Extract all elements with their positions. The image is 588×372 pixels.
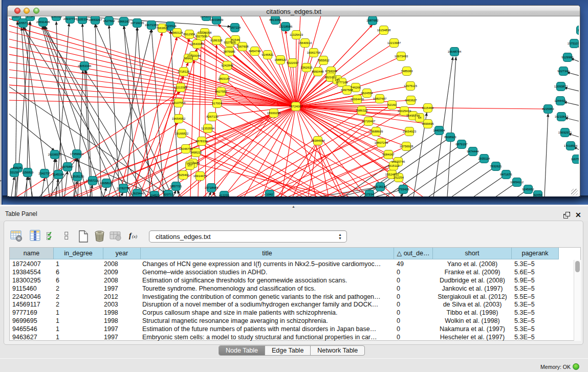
svg-text:412235: 412235	[219, 194, 230, 196]
svg-text:8471676: 8471676	[500, 173, 512, 176]
svg-text:3875685: 3875685	[223, 50, 235, 53]
svg-text:6966160: 6966160	[118, 20, 130, 23]
svg-text:9699695: 9699695	[422, 122, 434, 125]
svg-text:18724007: 18724007	[289, 105, 303, 108]
svg-text:2342737: 2342737	[38, 172, 51, 175]
svg-text:18300295: 18300295	[267, 112, 281, 115]
svg-text:2087682: 2087682	[366, 19, 379, 22]
svg-text:835081: 835081	[13, 166, 24, 169]
svg-text:9146821: 9146821	[262, 53, 274, 56]
svg-text:5878334: 5878334	[195, 140, 208, 143]
svg-text:20937734: 20937734	[63, 17, 77, 20]
svg-text:20206576: 20206576	[48, 153, 62, 156]
svg-text:8186328: 8186328	[210, 39, 223, 42]
svg-text:8215953: 8215953	[542, 107, 554, 111]
svg-text:2803144: 2803144	[218, 77, 230, 80]
svg-text:8960124: 8960124	[171, 31, 183, 34]
svg-text:12505135: 12505135	[71, 175, 84, 178]
svg-text:15720407: 15720407	[362, 120, 376, 123]
svg-text:7663822: 7663822	[156, 27, 168, 30]
svg-text:1527602: 1527602	[103, 19, 115, 23]
svg-text:15718485: 15718485	[205, 186, 219, 189]
svg-text:10107554: 10107554	[172, 101, 186, 104]
svg-text:92450: 92450	[534, 193, 542, 196]
svg-text:920713: 920713	[163, 193, 174, 196]
svg-text:20364436: 20364436	[351, 98, 364, 101]
svg-text:9115460: 9115460	[422, 106, 434, 110]
svg-text:13226058: 13226058	[198, 31, 212, 34]
svg-text:9463627: 9463627	[405, 99, 417, 102]
svg-text:7357224: 7357224	[229, 26, 241, 29]
svg-text:16033809: 16033809	[210, 18, 224, 21]
svg-text:8267130: 8267130	[206, 115, 219, 118]
svg-text:16914479: 16914479	[193, 174, 207, 178]
svg-text:9327500: 9327500	[195, 35, 207, 38]
svg-text:8912954: 8912954	[183, 33, 195, 36]
svg-text:9129966: 9129966	[561, 56, 574, 59]
svg-text:10807487: 10807487	[373, 97, 387, 100]
svg-text:6794028: 6794028	[325, 70, 337, 73]
svg-text:7625402: 7625402	[177, 173, 189, 177]
svg-text:9777169: 9777169	[336, 81, 348, 84]
svg-text:64: 64	[418, 116, 422, 119]
svg-text:1615112: 1615112	[388, 164, 400, 167]
svg-text:2043871: 2043871	[200, 16, 212, 18]
svg-text:11325419: 11325419	[290, 33, 303, 36]
svg-text:17957223: 17957223	[86, 179, 100, 182]
svg-text:10653267: 10653267	[89, 18, 102, 21]
svg-text:15640910: 15640910	[298, 41, 312, 45]
svg-text:1156819: 1156819	[22, 171, 34, 174]
svg-text:1440954: 1440954	[433, 129, 445, 132]
svg-text:15692971: 15692971	[558, 131, 572, 134]
svg-text:16046796: 16046796	[179, 147, 193, 150]
svg-text:10654112: 10654112	[510, 181, 524, 184]
svg-text:10958107: 10958107	[100, 182, 114, 185]
svg-text:1588520: 1588520	[274, 58, 287, 61]
svg-text:1244415: 1244415	[554, 99, 567, 102]
svg-text:8938923: 8938923	[444, 136, 456, 139]
svg-text:19654952: 19654952	[172, 117, 186, 120]
svg-text:10973493: 10973493	[395, 55, 408, 58]
svg-text:81546: 81546	[231, 38, 240, 41]
svg-text:7632621: 7632621	[490, 165, 502, 168]
svg-text:7986322: 7986322	[356, 109, 368, 112]
svg-text:19166822: 19166822	[175, 132, 189, 135]
svg-text:16120746: 16120746	[391, 160, 405, 163]
svg-text:2718126: 2718126	[178, 70, 190, 73]
svg-text:8990448: 8990448	[312, 70, 324, 73]
svg-text:6879197: 6879197	[455, 143, 468, 146]
svg-text:9084067: 9084067	[382, 153, 395, 156]
svg-text:7955812: 7955812	[317, 59, 330, 62]
svg-text:6497568: 6497568	[341, 89, 353, 92]
svg-text:(x): (x)	[132, 234, 137, 239]
svg-text:12093872: 12093872	[554, 85, 568, 88]
svg-text:9975867: 9975867	[61, 165, 74, 168]
svg-text:10756928: 10756928	[400, 145, 413, 148]
svg-text:1733426: 1733426	[397, 188, 409, 191]
svg-text:9474444: 9474444	[467, 150, 479, 153]
svg-text:1112: 1112	[578, 29, 579, 32]
svg-text:8454749: 8454749	[249, 50, 261, 53]
svg-text:28053346: 28053346	[78, 64, 92, 68]
svg-text:17016504: 17016504	[564, 144, 578, 147]
svg-text:7485063: 7485063	[401, 70, 413, 73]
svg-text:9227342: 9227342	[557, 70, 570, 73]
svg-text:3498222: 3498222	[190, 151, 202, 154]
svg-text:1145194: 1145194	[53, 173, 65, 176]
svg-text:9242848: 9242848	[221, 64, 233, 67]
svg-text:20691406: 20691406	[36, 20, 50, 24]
svg-text:10025433: 10025433	[398, 110, 411, 113]
svg-text:9245652: 9245652	[522, 188, 534, 191]
svg-text:1042: 1042	[266, 193, 273, 196]
svg-text:16154838: 16154838	[377, 29, 391, 32]
svg-text:104523: 104523	[149, 194, 160, 196]
svg-text:8427552: 8427552	[215, 90, 227, 93]
svg-text:12213389: 12213389	[174, 86, 188, 89]
svg-text:10688609: 10688609	[369, 130, 383, 133]
svg-text:2105334: 2105334	[76, 18, 89, 21]
svg-text:18807249: 18807249	[375, 141, 388, 144]
svg-text:8813054: 8813054	[269, 18, 281, 21]
svg-text:917004: 917004	[212, 102, 223, 105]
svg-text:19654923: 19654923	[403, 130, 417, 133]
svg-text:157: 157	[187, 164, 193, 167]
